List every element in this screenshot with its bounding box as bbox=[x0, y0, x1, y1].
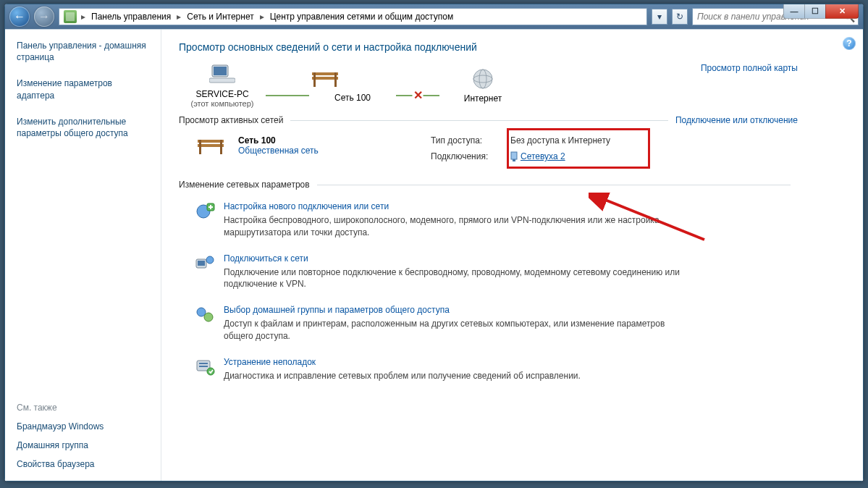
homegroup-desc: Доступ к файлам и принтерам, расположенн… bbox=[224, 318, 680, 342]
svg-point-25 bbox=[207, 368, 214, 375]
map-pc-sublabel: (этот компьютер) bbox=[179, 99, 266, 108]
window-buttons: — ☐ ✕ bbox=[783, 4, 859, 19]
map-connection-1 bbox=[266, 95, 309, 96]
new-connection-desc: Настройка беспроводного, широкополосного… bbox=[224, 214, 680, 239]
history-dropdown-button[interactable]: ▾ bbox=[652, 9, 667, 25]
homegroup-icon bbox=[195, 305, 215, 325]
svg-rect-5 bbox=[313, 72, 316, 87]
connect-network-icon bbox=[195, 253, 215, 274]
maximize-button[interactable]: ☐ bbox=[804, 4, 826, 19]
troubleshoot-icon bbox=[195, 357, 215, 377]
chevron-down-icon: ▾ bbox=[657, 12, 662, 22]
item-new-connection: Настройка нового подключения или сети На… bbox=[179, 194, 841, 246]
sidebar-browser-properties[interactable]: Свойства браузера bbox=[17, 459, 151, 469]
window-frame: — ☐ ✕ ← → ▸ Панель управления ▸ Сеть и И… bbox=[4, 4, 864, 481]
forward-button[interactable]: → bbox=[34, 7, 54, 27]
adapter-link[interactable]: Сетевуха 2 bbox=[510, 151, 565, 161]
active-networks-label: Просмотр активных сетей bbox=[179, 115, 283, 125]
map-network-label: Сеть 100 bbox=[309, 93, 396, 103]
svg-rect-3 bbox=[312, 72, 338, 75]
chevron-right-icon[interactable]: ▸ bbox=[258, 12, 266, 22]
svg-point-23 bbox=[204, 313, 213, 321]
sidebar-home-link[interactable]: Панель управления - домашняя страница bbox=[17, 40, 151, 63]
globe-icon bbox=[439, 67, 526, 91]
adapter-name: Сетевуха 2 bbox=[521, 151, 565, 161]
computer-icon bbox=[179, 63, 266, 86]
network-location-link[interactable]: Общественная сеть bbox=[238, 146, 319, 156]
svg-rect-10 bbox=[198, 140, 224, 143]
change-settings-label: Изменение сетевых параметров bbox=[179, 180, 310, 190]
view-full-map-link[interactable]: Просмотр полной карты bbox=[701, 63, 841, 73]
svg-rect-13 bbox=[220, 140, 222, 154]
breadcrumb-seg-network-center[interactable]: Центр управления сетями и общим доступом bbox=[266, 12, 458, 22]
refresh-button[interactable]: ↻ bbox=[672, 9, 688, 25]
close-button[interactable]: ✕ bbox=[825, 4, 859, 19]
connect-network-link[interactable]: Подключиться к сети bbox=[224, 253, 308, 264]
map-node-pc: SERVICE-PC (этот компьютер) bbox=[179, 63, 266, 108]
access-type-label: Тип доступа: bbox=[431, 135, 510, 146]
bench-icon bbox=[195, 135, 227, 157]
sidebar-homegroup[interactable]: Домашняя группа bbox=[17, 440, 151, 450]
main-pane: ? Просмотр основных сведений о сети и на… bbox=[161, 30, 863, 481]
change-list: Настройка нового подключения или сети На… bbox=[179, 194, 841, 390]
map-node-internet: Интернет bbox=[439, 67, 526, 104]
sidebar-adapter-settings[interactable]: Изменение параметров адаптера bbox=[17, 77, 151, 101]
ethernet-icon bbox=[510, 151, 518, 161]
svg-rect-4 bbox=[312, 77, 338, 80]
sidebar-advanced-sharing[interactable]: Изменить дополнительные параметры общего… bbox=[17, 116, 151, 139]
breadcrumb-seg-network-internet[interactable]: Сеть и Интернет bbox=[182, 12, 258, 22]
connect-network-desc: Подключение или повторное подключение к … bbox=[224, 266, 680, 291]
control-panel-icon bbox=[64, 10, 77, 23]
svg-rect-20 bbox=[198, 261, 205, 266]
svg-rect-12 bbox=[199, 140, 201, 154]
content: Панель управления - домашняя страница Из… bbox=[5, 29, 863, 481]
sidebar: Панель управления - домашняя страница Из… bbox=[5, 30, 161, 481]
chevron-right-icon[interactable]: ▸ bbox=[80, 12, 87, 22]
item-troubleshoot: Устранение неполадок Диагностика и испра… bbox=[179, 350, 841, 390]
svg-rect-2 bbox=[209, 78, 235, 83]
connect-disconnect-link[interactable]: Подключение или отключение bbox=[675, 115, 841, 125]
help-button[interactable]: ? bbox=[843, 37, 856, 50]
breadcrumb-seg-control-panel[interactable]: Панель управления bbox=[87, 12, 175, 22]
svg-rect-1 bbox=[214, 67, 227, 75]
map-internet-label: Интернет bbox=[439, 93, 526, 104]
homegroup-link[interactable]: Выбор домашней группы и параметров общег… bbox=[224, 305, 450, 315]
change-settings-header: Изменение сетевых параметров bbox=[179, 180, 841, 190]
network-map: SERVICE-PC (этот компьютер) bbox=[179, 63, 841, 108]
active-networks-header: Просмотр активных сетей Подключение или … bbox=[179, 115, 841, 125]
connections-label: Подключения: bbox=[431, 151, 510, 164]
chevron-right-icon[interactable]: ▸ bbox=[175, 12, 182, 22]
new-connection-link[interactable]: Настройка нового подключения или сети bbox=[224, 201, 389, 211]
back-button[interactable]: ← bbox=[9, 7, 30, 27]
refresh-icon: ↻ bbox=[676, 12, 683, 22]
new-connection-icon bbox=[195, 201, 215, 222]
svg-point-7 bbox=[473, 70, 492, 88]
minimize-button[interactable]: — bbox=[783, 4, 805, 19]
item-connect-network: Подключиться к сети Подключение или повт… bbox=[179, 246, 841, 298]
svg-point-21 bbox=[206, 256, 214, 264]
page-title: Просмотр основных сведений о сети и наст… bbox=[179, 41, 841, 53]
troubleshoot-link[interactable]: Устранение неполадок bbox=[224, 357, 316, 367]
map-pc-label: SERVICE-PC bbox=[179, 89, 266, 99]
active-network-name: Сеть 100 bbox=[238, 135, 419, 146]
troubleshoot-desc: Диагностика и исправление сетевых пробле… bbox=[224, 370, 581, 382]
item-homegroup: Выбор домашней группы и параметров общег… bbox=[179, 298, 841, 350]
map-node-network: Сеть 100 bbox=[309, 68, 396, 103]
svg-rect-6 bbox=[334, 72, 337, 87]
active-network-row: Сеть 100 Общественная сеть Тип доступа: … bbox=[195, 135, 841, 164]
svg-rect-15 bbox=[513, 159, 515, 161]
sidebar-firewall[interactable]: Брандмауэр Windows bbox=[17, 421, 151, 432]
breadcrumb[interactable]: ▸ Панель управления ▸ Сеть и Интернет ▸ … bbox=[59, 8, 647, 25]
see-also-label: См. также bbox=[17, 403, 151, 413]
access-type-value: Без доступа к Интернету bbox=[510, 135, 655, 146]
svg-rect-14 bbox=[511, 152, 517, 159]
map-connection-2-broken bbox=[396, 95, 439, 96]
bench-icon bbox=[309, 68, 341, 90]
svg-rect-11 bbox=[198, 144, 224, 147]
toolbar: ← → ▸ Панель управления ▸ Сеть и Интерне… bbox=[5, 4, 863, 29]
